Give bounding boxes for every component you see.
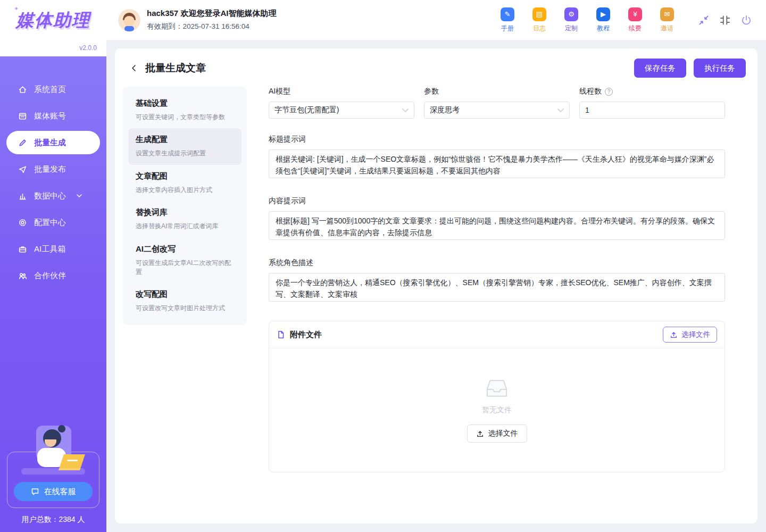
logs-icon: ▤ [532, 7, 546, 21]
step-title: 改写配图 [136, 289, 234, 300]
app-version: v2.0.0 [79, 44, 97, 52]
step-desc: 设置文章生成提示词配置 [136, 149, 234, 158]
sidebar: 系统首页 媒体账号 批量生成 批量发布 数据中心 配置中心 AI工具箱 [0, 0, 106, 532]
threads-input[interactable] [579, 102, 725, 119]
sidebar-item-label: AI工具箱 [34, 244, 65, 254]
ai-model-select[interactable]: 字节豆包(无需配置) [269, 102, 414, 119]
sidebar-item-label: 配置中心 [34, 218, 66, 228]
sidebar-item-label: 批量发布 [34, 164, 66, 174]
back-button[interactable] [127, 61, 141, 75]
support-illustration [18, 422, 88, 481]
support-card: 在线客服 [7, 452, 99, 508]
panel-toggle-icon[interactable] [719, 14, 731, 26]
quick-link-custom[interactable]: ⚙ 定制 [562, 7, 581, 33]
generate-config-form: AI模型 字节豆包(无需配置) 参数 深度思考 [269, 87, 747, 472]
step-title: 替换词库 [136, 207, 234, 218]
quick-link-renew[interactable]: ¥ 续费 [626, 7, 645, 33]
attachments-empty-state: 暂无文件 选择文件 [269, 348, 725, 472]
sidebar-item-ai-toolbox[interactable]: AI工具箱 [6, 237, 100, 261]
step-desc: 选择替换AI常用词汇或者词库 [136, 222, 234, 231]
pencil-icon [18, 138, 27, 147]
ai-model-value: 字节豆包(无需配置) [274, 105, 339, 115]
title-prompt-label: 标题提示词 [269, 135, 725, 144]
users-total: 用户总数：2384 人 [0, 515, 106, 525]
quick-link-tutorial[interactable]: ▶ 教程 [594, 7, 613, 33]
step-generate-config[interactable]: 生成配置 设置文章生成提示词配置 [128, 128, 242, 164]
quick-link-invite[interactable]: ✉ 邀请 [657, 7, 677, 33]
choose-file-label: 选择文件 [488, 429, 518, 438]
role-prompt-label: 系统角色描述 [269, 258, 725, 268]
chevron-down-icon [77, 194, 82, 197]
chevron-down-icon [557, 109, 564, 112]
account-card-icon [18, 112, 27, 121]
step-desc: 选择文章内容插入图片方式 [136, 186, 234, 195]
threads-label: 线程数 ? [579, 87, 725, 96]
step-replace-words[interactable]: 替换词库 选择替换AI常用词汇或者词库 [128, 201, 242, 237]
logo-card: ✦ 媒体助理 ✦ v2.0.0 [0, 0, 106, 56]
document-icon [277, 330, 285, 339]
power-icon[interactable] [740, 14, 752, 26]
back-chevron-icon [130, 64, 138, 72]
params-label: 参数 [424, 87, 570, 96]
step-desc: 可设置改写文章时图片处理方式 [136, 304, 234, 313]
toolbox-icon [18, 245, 27, 254]
run-task-button[interactable]: 执行任务 [694, 59, 746, 78]
exit-fullscreen-icon[interactable] [698, 14, 710, 26]
sidebar-item-batch-publish[interactable]: 批量发布 [6, 157, 100, 181]
sidebar-menu: 系统首页 媒体账号 批量生成 批量发布 数据中心 配置中心 AI工具箱 [0, 78, 106, 290]
quick-link-label: 定制 [565, 24, 578, 33]
step-title: 基础设置 [136, 98, 234, 109]
choose-file-button-empty[interactable]: 选择文件 [467, 425, 527, 443]
quick-link-manual[interactable]: ✎ 手册 [498, 7, 517, 33]
content-prompt-textarea[interactable] [269, 211, 725, 240]
sidebar-item-partners[interactable]: 合作伙伴 [6, 264, 100, 287]
ai-model-label: AI模型 [269, 87, 414, 96]
step-basic-settings[interactable]: 基础设置 可设置关键词，文章类型等参数 [128, 92, 242, 128]
user-avatar[interactable] [118, 9, 140, 31]
main-area: 批量生成文章 保存任务 执行任务 基础设置 可设置关键词，文章类型等参数 生成配… [106, 40, 766, 532]
sparkle-icon: ✦ [14, 5, 19, 12]
sidebar-item-batch-generate[interactable]: 批量生成 [6, 131, 100, 154]
data-chart-icon [18, 192, 27, 201]
title-prompt-textarea[interactable] [269, 149, 725, 178]
sidebar-item-label: 系统首页 [34, 85, 66, 95]
step-title: AI二创改写 [136, 244, 234, 254]
content-card: 批量生成文章 保存任务 执行任务 基础设置 可设置关键词，文章类型等参数 生成配… [115, 48, 757, 523]
step-title: 文章配图 [136, 171, 234, 181]
tutorial-icon: ▶ [596, 7, 610, 21]
invite-icon: ✉ [660, 7, 674, 21]
step-ai-rewrite[interactable]: AI二创改写 可设置生成后文章AI二次改写的配置 [128, 238, 242, 284]
help-icon[interactable]: ? [605, 88, 613, 96]
sidebar-bottom: 在线客服 用户总数：2384 人 [0, 452, 106, 525]
sidebar-item-data-center[interactable]: 数据中心 [6, 184, 100, 207]
role-prompt-textarea[interactable] [269, 273, 725, 302]
page-title: 批量生成文章 [145, 61, 206, 75]
online-support-label: 在线客服 [44, 487, 76, 497]
params-select[interactable]: 深度思考 [424, 102, 570, 119]
content-prompt-label: 内容提示词 [269, 196, 725, 206]
sidebar-item-label: 批量生成 [34, 138, 66, 148]
sidebar-item-home[interactable]: 系统首页 [6, 78, 100, 101]
sidebar-item-media-accounts[interactable]: 媒体账号 [6, 104, 100, 128]
manual-icon: ✎ [501, 7, 514, 21]
choose-file-button[interactable]: 选择文件 [663, 327, 717, 343]
avatar-image [118, 9, 140, 31]
partners-icon [18, 271, 27, 280]
home-icon [18, 85, 27, 94]
threads-label-text: 线程数 [579, 87, 602, 96]
chevron-down-icon [402, 109, 409, 112]
step-article-images[interactable]: 文章配图 选择文章内容插入图片方式 [128, 165, 242, 201]
attachments-title: 附件文件 [290, 330, 322, 340]
quick-links: ✎ 手册 ▤ 日志 ⚙ 定制 ▶ 教程 ¥ 续费 ✉ 邀请 [498, 7, 677, 33]
online-support-button[interactable]: 在线客服 [14, 482, 93, 501]
save-task-button[interactable]: 保存任务 [634, 59, 686, 78]
quick-link-label: 教程 [597, 24, 610, 33]
quick-link-logs[interactable]: ▤ 日志 [530, 7, 549, 33]
upload-icon [476, 430, 484, 438]
sidebar-item-config-center[interactable]: 配置中心 [6, 211, 100, 234]
params-value: 深度思考 [430, 105, 460, 115]
attachments-section: 附件文件 选择文件 暂无文件 [269, 321, 725, 472]
empty-inbox-icon [483, 378, 511, 399]
sidebar-item-label: 合作伙伴 [34, 271, 66, 281]
step-rewrite-images[interactable]: 改写配图 可设置改写文章时图片处理方式 [128, 283, 242, 319]
